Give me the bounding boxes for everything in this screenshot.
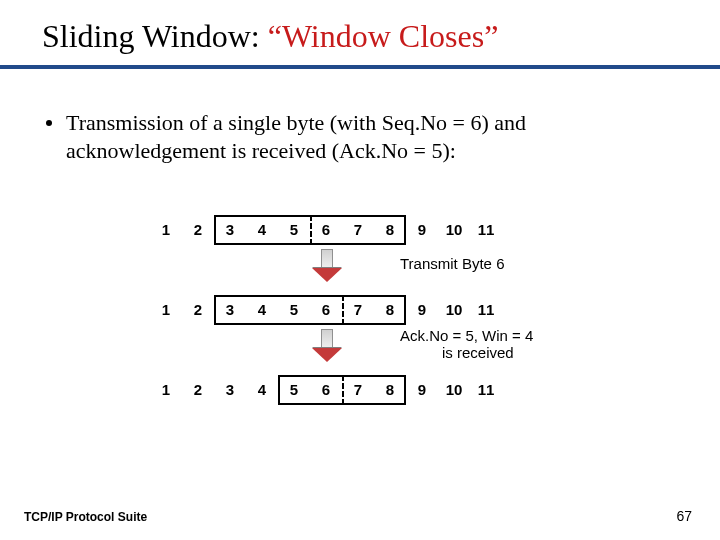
byte-cell: 3	[214, 215, 246, 245]
byte-cell: 1	[150, 375, 182, 405]
byte-cell: 5	[278, 215, 310, 245]
byte-cell: 3	[214, 375, 246, 405]
byte-cell: 4	[246, 295, 278, 325]
byte-cell: 11	[470, 295, 502, 325]
byte-cell: 9	[406, 215, 438, 245]
byte-cell: 2	[182, 295, 214, 325]
byte-cell: 10	[438, 215, 470, 245]
footer-source: TCP/IP Protocol Suite	[24, 510, 147, 524]
title-quote: “Window Closes”	[268, 18, 499, 54]
byte-cell: 5	[278, 295, 310, 325]
byte-cell: 4	[246, 215, 278, 245]
bullet-dot	[46, 120, 52, 126]
byte-cell: 6	[310, 375, 342, 405]
byte-cell: 2	[182, 375, 214, 405]
byte-cell: 7	[342, 215, 374, 245]
bullet-item: Transmission of a single byte (with Seq.…	[0, 69, 720, 165]
byte-cell: 5	[278, 375, 310, 405]
byte-cell: 11	[470, 375, 502, 405]
caption-transmit: Transmit Byte 6	[400, 255, 504, 272]
title-prefix: Sliding Window:	[42, 18, 268, 54]
window-divider	[342, 375, 344, 405]
byte-cell: 9	[406, 375, 438, 405]
byte-cell: 11	[470, 215, 502, 245]
byte-cell: 4	[246, 375, 278, 405]
slide-title: Sliding Window: “Window Closes”	[0, 0, 720, 55]
byte-cell: 1	[150, 215, 182, 245]
byte-cell: 2	[182, 215, 214, 245]
window-divider	[342, 295, 344, 325]
byte-cell: 8	[374, 295, 406, 325]
byte-cell: 3	[214, 295, 246, 325]
arrow-icon	[312, 329, 342, 362]
byte-cell: 9	[406, 295, 438, 325]
byte-cell: 6	[310, 295, 342, 325]
byte-cell: 7	[342, 295, 374, 325]
byte-cell: 10	[438, 295, 470, 325]
caption-ack-line1: Ack.No = 5, Win = 4	[400, 327, 533, 344]
arrow-icon	[312, 249, 342, 282]
slide-number: 67	[676, 508, 692, 524]
byte-cell: 8	[374, 215, 406, 245]
byte-cell: 6	[310, 215, 342, 245]
byte-cell: 7	[342, 375, 374, 405]
bullet-text: Transmission of a single byte (with Seq.…	[66, 109, 660, 165]
byte-cell: 1	[150, 295, 182, 325]
byte-cell: 10	[438, 375, 470, 405]
byte-cell: 8	[374, 375, 406, 405]
caption-ack-line2: is received	[442, 344, 514, 361]
window-divider	[310, 215, 312, 245]
